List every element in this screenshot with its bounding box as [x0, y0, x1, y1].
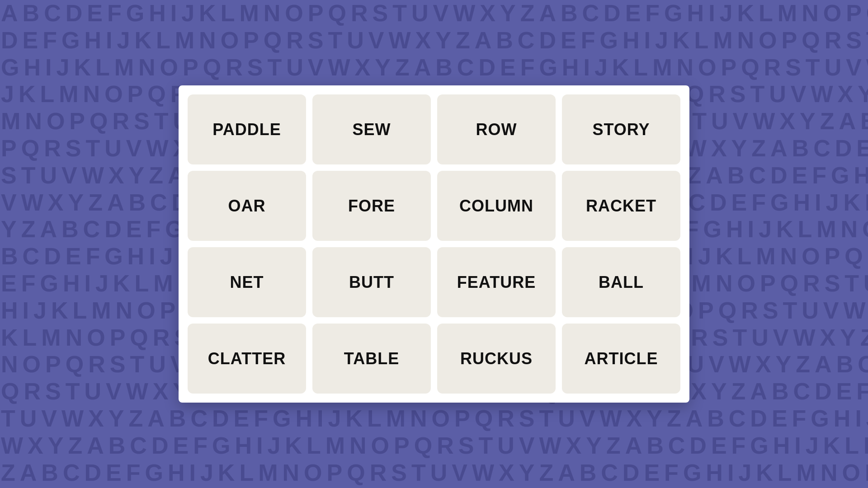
card-article[interactable]: ARTICLE — [562, 324, 680, 394]
card-ruckus[interactable]: RUCKUS — [437, 324, 556, 394]
card-story[interactable]: STORY — [562, 94, 680, 164]
card-clatter[interactable]: CLATTER — [188, 324, 306, 394]
card-column[interactable]: COLUMN — [437, 171, 556, 241]
card-paddle[interactable]: PADDLE — [188, 94, 306, 164]
card-label-paddle: PADDLE — [212, 120, 281, 139]
card-panel: PADDLESEWROWSTORYOARFORECOLUMNRACKETNETB… — [179, 85, 689, 403]
card-label-feature: FEATURE — [457, 273, 536, 292]
card-ball[interactable]: BALL — [562, 247, 680, 317]
card-label-net: NET — [230, 273, 264, 292]
card-label-ball: BALL — [599, 273, 644, 292]
card-label-article: ARTICLE — [585, 349, 658, 368]
card-label-table: TABLE — [344, 349, 399, 368]
word-grid: PADDLESEWROWSTORYOARFORECOLUMNRACKETNETB… — [188, 94, 680, 394]
card-label-column: COLUMN — [459, 197, 533, 216]
card-sew[interactable]: SEW — [312, 94, 431, 164]
card-label-row: ROW — [476, 120, 517, 139]
card-table[interactable]: TABLE — [312, 324, 431, 394]
card-fore[interactable]: FORE — [312, 171, 431, 241]
card-label-fore: FORE — [348, 197, 395, 216]
card-butt[interactable]: BUTT — [312, 247, 431, 317]
card-racket[interactable]: RACKET — [562, 171, 680, 241]
card-oar[interactable]: OAR — [188, 171, 306, 241]
card-label-ruckus: RUCKUS — [460, 349, 533, 368]
card-label-oar: OAR — [228, 197, 266, 216]
card-label-clatter: CLATTER — [208, 349, 286, 368]
card-label-butt: BUTT — [349, 273, 394, 292]
card-row[interactable]: ROW — [437, 94, 556, 164]
card-label-sew: SEW — [352, 120, 391, 139]
card-label-story: STORY — [592, 120, 650, 139]
card-label-racket: RACKET — [586, 197, 656, 216]
card-net[interactable]: NET — [188, 247, 306, 317]
card-feature[interactable]: FEATURE — [437, 247, 556, 317]
